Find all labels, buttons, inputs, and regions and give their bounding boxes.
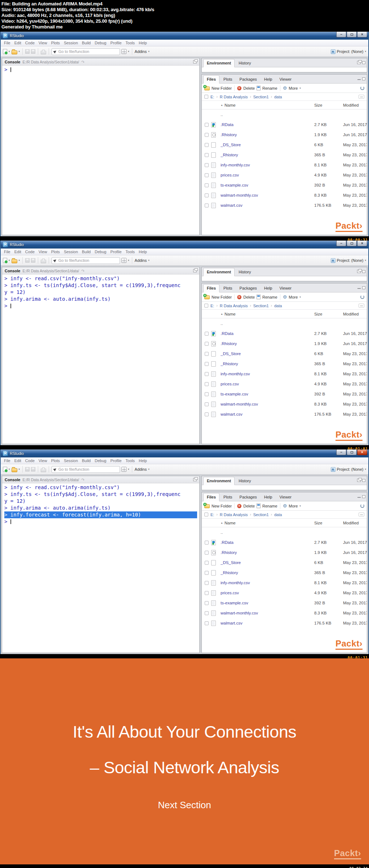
file-name-link[interactable]: ..: [221, 530, 223, 534]
save-icon[interactable]: [25, 49, 30, 54]
delete-button[interactable]: Delete: [243, 86, 255, 90]
menu-item[interactable]: View: [37, 41, 49, 45]
print-icon[interactable]: [41, 51, 46, 54]
file-name-link[interactable]: walmart-monthly.csv: [221, 611, 258, 615]
more-button[interactable]: More: [289, 86, 298, 90]
console-output[interactable]: > infy <- read.csv("infy-monthly.csv")> …: [2, 274, 199, 444]
menu-item[interactable]: Code: [23, 458, 36, 463]
popout-console-icon[interactable]: [193, 60, 197, 63]
popout-console-icon[interactable]: [193, 269, 197, 272]
sort-ascending-icon[interactable]: ▲: [221, 104, 223, 106]
file-name-link[interactable]: prices.csv: [221, 173, 239, 177]
close-button[interactable]: ×: [357, 241, 367, 246]
tab-history[interactable]: History: [235, 59, 254, 67]
tab-files[interactable]: Files: [203, 75, 219, 84]
tab-environment[interactable]: Environment: [203, 268, 235, 276]
menu-item[interactable]: File: [2, 41, 12, 45]
menu-item[interactable]: Plots: [49, 458, 62, 463]
menu-item[interactable]: Profile: [108, 458, 123, 463]
select-all-checkbox[interactable]: [204, 95, 208, 99]
goto-file-input[interactable]: [58, 49, 118, 54]
open-file-icon[interactable]: [12, 259, 17, 263]
popout-console-icon[interactable]: [193, 478, 197, 481]
breadcrumb-item[interactable]: data: [274, 304, 282, 308]
print-icon[interactable]: [41, 260, 46, 263]
maximize-button[interactable]: [347, 241, 357, 246]
file-row[interactable]: walmart.csv 176.5 KB May 23, 2017: [202, 200, 367, 210]
file-row[interactable]: _Rhistory 365 B May 23, 2017: [202, 359, 367, 369]
column-header-name[interactable]: Name: [224, 103, 236, 107]
file-name-link[interactable]: walmart.csv: [221, 203, 243, 207]
column-header-size[interactable]: Size: [314, 312, 343, 316]
project-menu[interactable]: R Project: (None) ▾: [331, 467, 366, 472]
addins-dropdown-icon[interactable]: ▾: [148, 259, 150, 262]
maximize-button[interactable]: [347, 32, 357, 37]
menu-item[interactable]: Session: [62, 458, 80, 463]
row-checkbox[interactable]: [205, 203, 209, 207]
open-dropdown-icon[interactable]: ▾: [19, 259, 20, 262]
row-checkbox[interactable]: [205, 153, 209, 157]
open-file-icon[interactable]: [12, 468, 17, 472]
breadcrumb-more-button[interactable]: ...: [359, 513, 364, 516]
select-all-checkbox[interactable]: [204, 513, 208, 516]
goto-file-box[interactable]: [52, 257, 120, 264]
tab-history[interactable]: History: [235, 268, 254, 276]
row-checkbox[interactable]: [205, 561, 209, 565]
save-all-icon[interactable]: [31, 467, 35, 471]
row-checkbox[interactable]: [205, 591, 209, 595]
tab-plots[interactable]: Plots: [220, 493, 235, 501]
file-name-link[interactable]: ts-example.csv: [221, 392, 248, 396]
maximize-pane-icon[interactable]: [362, 270, 365, 273]
menu-item[interactable]: Help: [137, 41, 149, 45]
refresh-path-icon[interactable]: ↷: [81, 60, 84, 64]
file-name-link[interactable]: _DS_Store: [221, 143, 241, 147]
rename-button[interactable]: Rename: [262, 504, 277, 508]
more-button[interactable]: More: [289, 295, 298, 299]
tab-viewer[interactable]: Viewer: [276, 76, 294, 83]
file-name-link[interactable]: walmart.csv: [221, 621, 243, 625]
menu-item[interactable]: Debug: [93, 250, 108, 254]
breadcrumb-item[interactable]: Section1: [253, 95, 269, 99]
row-checkbox[interactable]: [205, 412, 209, 416]
window-titlebar[interactable]: R RStudio – ×: [1, 241, 368, 249]
sort-ascending-icon[interactable]: ▲: [221, 313, 223, 315]
console-output[interactable]: >: [2, 66, 199, 235]
column-header-modified[interactable]: Modified: [343, 103, 367, 107]
goto-file-input[interactable]: [58, 467, 118, 471]
file-name-link[interactable]: _DS_Store: [221, 352, 241, 356]
column-header-size[interactable]: Size: [314, 103, 343, 107]
refresh-path-icon[interactable]: ↷: [81, 269, 84, 273]
file-row[interactable]: _Rhistory 365 B May 23, 2017: [202, 150, 367, 160]
delete-button[interactable]: Delete: [243, 504, 255, 508]
row-checkbox[interactable]: [205, 362, 209, 366]
menu-item[interactable]: Session: [62, 250, 80, 254]
new-file-dropdown-icon[interactable]: ▾: [9, 50, 10, 53]
more-dropdown-icon[interactable]: ▾: [299, 505, 301, 507]
file-row[interactable]: ts-example.csv 392 B May 23, 2017: [202, 180, 367, 190]
project-menu[interactable]: R Project: (None) ▾: [331, 49, 366, 54]
menu-item[interactable]: Tools: [124, 250, 137, 254]
menu-item[interactable]: Code: [23, 250, 36, 254]
file-row[interactable]: walmart.csv 176.5 KB May 23, 2017: [202, 409, 367, 419]
file-row[interactable]: .Rhistory 1.9 KB Jun 16, 2017: [202, 339, 367, 349]
file-row[interactable]: infy-monthly.csv 8.1 KB May 23, 2017: [202, 369, 367, 379]
project-menu[interactable]: R Project: (None) ▾: [331, 258, 366, 263]
breadcrumb-item[interactable]: data: [274, 95, 282, 99]
file-row[interactable]: walmart-monthly.csv 8.3 KB May 23, 2017: [202, 190, 367, 200]
maximize-button[interactable]: [347, 449, 357, 455]
rename-button[interactable]: Rename: [262, 86, 277, 90]
file-row[interactable]: ..: [202, 527, 367, 537]
column-header-name[interactable]: Name: [224, 312, 236, 316]
file-name-link[interactable]: _Rhistory: [221, 362, 238, 366]
menu-item[interactable]: Build: [80, 250, 92, 254]
row-checkbox[interactable]: [205, 382, 209, 386]
file-row[interactable]: ts-example.csv 392 B May 23, 2017: [202, 389, 367, 399]
file-row[interactable]: infy-monthly.csv 8.1 KB May 23, 2017: [202, 160, 367, 170]
file-row[interactable]: prices.csv 4.9 KB May 23, 2017: [202, 379, 367, 389]
row-checkbox[interactable]: [205, 392, 209, 396]
maximize-pane-icon[interactable]: [362, 495, 365, 498]
addins-dropdown-icon[interactable]: ▾: [148, 50, 150, 53]
menu-item[interactable]: Edit: [13, 458, 23, 463]
row-checkbox[interactable]: [205, 143, 209, 147]
popout-pane-icon[interactable]: [357, 61, 361, 64]
